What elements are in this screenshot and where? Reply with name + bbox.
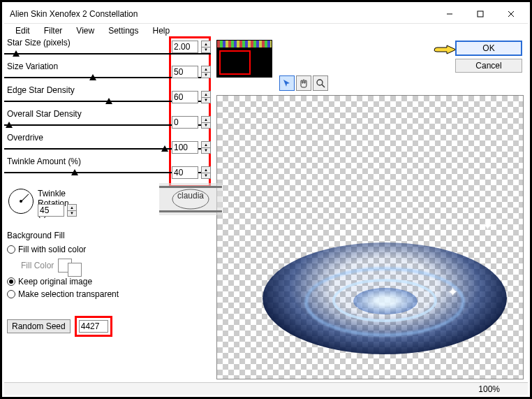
edge-density-label: Edge Star Density [7,85,75,95]
spinner[interactable]: ▲▼ [67,204,77,217]
move-tool-button[interactable] [279,75,295,91]
size-variation-label: Size Variation [7,61,58,71]
svg-point-4 [317,80,323,85]
spinner[interactable]: ▲▼ [201,141,211,154]
highlight-seed [75,316,112,337]
menu-view[interactable]: View [69,24,101,37]
svg-text:claudia: claudia [177,191,204,201]
zoom-tool-button[interactable] [313,75,328,91]
overall-density-input[interactable] [172,116,198,129]
svg-line-5 [322,85,325,87]
overdrive-input[interactable] [172,141,198,154]
maximize-button[interactable] [465,5,496,23]
size-variation-input[interactable] [172,66,198,78]
radio-fill-solid[interactable]: Fill with solid color [7,243,168,256]
ok-button[interactable]: OK [455,41,522,56]
spinner[interactable]: ▲▼ [201,166,211,179]
menu-help[interactable]: Help [146,24,177,37]
spinner[interactable]: ▲▼ [201,116,211,129]
slider-thumb[interactable] [105,98,112,104]
titlebar: Alien Skin Xenofex 2 Constellation [4,4,528,24]
window-title: Alien Skin Xenofex 2 Constellation [10,9,434,19]
app-frame: Alien Skin Xenofex 2 Constellation Edit … [0,0,532,399]
star-size-label: Star Size (pixels) [7,38,71,48]
radio-make-transparent[interactable]: Make selection transparent [7,288,168,300]
preview-selection[interactable] [219,50,251,75]
twinkle-rotation-input[interactable] [38,204,64,217]
spinner[interactable]: ▲▼ [201,66,211,78]
background-fill-group: Background Fill Fill with solid color Fi… [7,231,168,300]
close-button[interactable] [496,5,526,23]
svg-rect-8 [159,210,222,212]
menu-settings[interactable]: Settings [101,24,145,37]
radio-keep-original[interactable]: Keep original image [7,275,168,288]
fill-color-bg[interactable] [68,263,82,277]
slider-thumb[interactable] [6,122,13,128]
pointer-hand-icon [433,42,458,61]
overall-density-label: Overall Star Density [7,109,82,119]
watermark: claudia [159,183,222,215]
random-seed-button[interactable]: Random Seed [7,319,71,333]
twinkle-amount-input[interactable] [172,166,198,179]
random-seed-input[interactable] [79,320,108,333]
slider-thumb[interactable] [89,74,96,80]
zoom-level: 100% [478,384,500,394]
star-size-input[interactable] [172,41,198,53]
svg-rect-7 [159,186,222,188]
slider-thumb[interactable] [13,50,20,57]
preview-artwork [263,228,507,361]
spinner[interactable]: ▲▼ [201,41,211,53]
fill-color-label: Fill Color [21,261,54,270]
menu-filter[interactable]: Filter [37,24,70,37]
edge-density-input[interactable] [172,91,198,103]
sparkle-icon: ✦ [482,218,493,233]
bgfill-header: Background Fill [7,231,168,240]
twinkle-amount-label: Twinkle Amount (%) [7,157,81,166]
slider-thumb[interactable] [161,145,168,152]
spinner[interactable]: ▲▼ [201,91,211,103]
hand-tool-button[interactable] [296,75,311,91]
menu-edit[interactable]: Edit [8,24,37,37]
status-bar: 100% [4,382,528,395]
main-preview[interactable]: ✦ ✦ [216,95,524,379]
minimize-button[interactable] [434,5,465,23]
sparkle-icon: ✦ [448,284,458,300]
preview-thumbnail[interactable] [216,40,272,78]
slider-thumb[interactable] [71,169,78,175]
menubar: Edit Filter View Settings Help [4,24,528,38]
twinkle-rotation-dial[interactable] [8,189,34,214]
svg-rect-1 [478,11,483,17]
overdrive-label: Overdrive [7,133,43,143]
cancel-button[interactable]: Cancel [455,59,522,73]
